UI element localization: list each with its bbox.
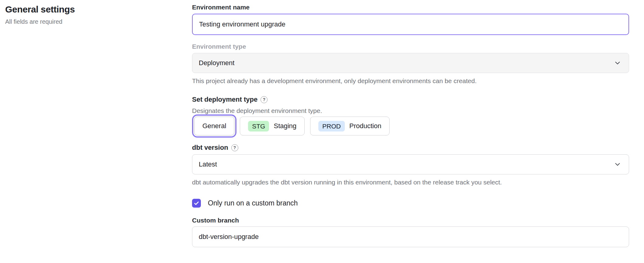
dbt-version-section: dbt version ? xyxy=(192,144,629,152)
environment-type-select[interactable]: Deployment xyxy=(192,53,629,73)
page-title: General settings xyxy=(5,4,192,15)
custom-branch-input[interactable] xyxy=(192,226,629,247)
deployment-type-staging-label: Staging xyxy=(274,122,296,130)
environment-name-label: Environment name xyxy=(192,4,629,11)
deployment-type-options: General STG Staging PROD Production xyxy=(192,117,629,135)
deployment-type-section: Set deployment type ? xyxy=(192,96,629,103)
dbt-version-label: dbt version xyxy=(192,144,228,152)
dbt-version-value: Latest xyxy=(199,160,217,168)
page-subtitle: All fields are required xyxy=(5,18,192,25)
help-icon[interactable]: ? xyxy=(231,144,238,151)
deployment-type-label: Set deployment type xyxy=(192,96,257,103)
deployment-type-general-button[interactable]: General xyxy=(194,117,234,135)
deployment-type-staging-button[interactable]: STG Staging xyxy=(240,117,305,135)
custom-branch-checkbox-row: Only run on a custom branch xyxy=(192,199,629,208)
settings-header: General settings All fields are required xyxy=(0,0,192,247)
custom-branch-checkbox-label: Only run on a custom branch xyxy=(208,199,298,207)
chevron-down-icon xyxy=(614,160,621,168)
dbt-version-select[interactable]: Latest xyxy=(192,154,629,174)
check-icon xyxy=(194,200,199,206)
prod-badge: PROD xyxy=(318,121,345,132)
settings-form: Environment name Environment type Deploy… xyxy=(192,0,629,247)
deployment-type-general-label: General xyxy=(202,122,226,130)
help-icon[interactable]: ? xyxy=(261,96,268,103)
dbt-version-helper: dbt automatically upgrades the dbt versi… xyxy=(192,179,629,186)
deployment-type-production-button[interactable]: PROD Production xyxy=(310,117,390,135)
stg-badge: STG xyxy=(248,121,269,132)
custom-branch-checkbox[interactable] xyxy=(192,199,201,208)
deployment-type-helper: Designates the deployment environment ty… xyxy=(192,107,629,114)
environment-name-input[interactable] xyxy=(192,14,629,35)
settings-page: General settings All fields are required… xyxy=(0,0,644,247)
environment-type-label: Environment type xyxy=(192,43,629,50)
deployment-type-production-label: Production xyxy=(349,122,381,130)
chevron-down-icon xyxy=(614,59,621,67)
environment-type-helper: This project already has a development e… xyxy=(192,77,629,85)
environment-type-value: Deployment xyxy=(199,59,234,67)
custom-branch-label: Custom branch xyxy=(192,217,629,224)
